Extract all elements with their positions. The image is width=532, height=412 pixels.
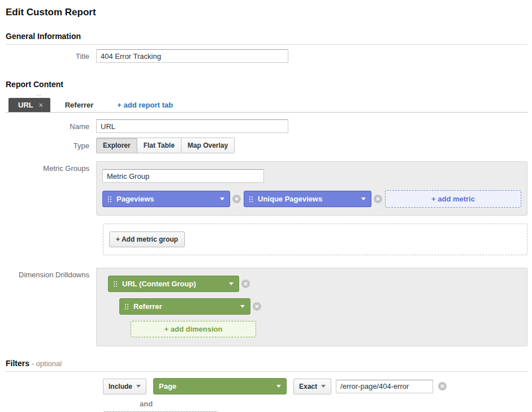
dimension-referrer-label: Referrer bbox=[133, 302, 236, 311]
type-label: Type bbox=[6, 138, 96, 150]
dimension-referrer-dropdown[interactable]: Referrer bbox=[119, 298, 250, 315]
name-input[interactable] bbox=[96, 119, 288, 133]
dimension-row: + add dimension bbox=[131, 321, 521, 337]
metric-pageviews-label: Pageviews bbox=[116, 195, 215, 203]
dropdown-arrow-icon bbox=[240, 305, 245, 308]
page-title: Edit Custom Report bbox=[6, 7, 527, 18]
tab-url[interactable]: URL × bbox=[8, 98, 50, 112]
add-metric-group-button[interactable]: + Add metric group bbox=[109, 231, 185, 247]
filters-heading: Filters - optional bbox=[6, 359, 527, 372]
add-metric-button[interactable]: + add metric bbox=[385, 190, 521, 208]
dropdown-arrow-icon bbox=[361, 198, 366, 200]
metric-unique-pageviews-label: Unique Pageviews bbox=[258, 195, 357, 203]
type-row: Type Explorer Flat Table Map Overlay bbox=[6, 138, 527, 153]
filter-row: Include Page Exact ✕ bbox=[103, 378, 527, 394]
metric-pageviews-dropdown[interactable]: Pageviews bbox=[102, 191, 230, 207]
tab-referrer[interactable]: Referrer bbox=[57, 98, 102, 112]
general-information-heading: General Information bbox=[6, 32, 527, 45]
filters-heading-text: Filters bbox=[6, 359, 29, 368]
dropdown-arrow-icon bbox=[220, 198, 224, 200]
filter-match-value: Exact bbox=[299, 383, 317, 390]
dimension-row: URL (Content Group) ✕ bbox=[108, 276, 521, 292]
tab-drag-grip-icon[interactable]: .. bbox=[37, 92, 527, 97]
filter-and-label: and bbox=[140, 400, 527, 408]
drag-handle-icon[interactable] bbox=[125, 304, 128, 310]
report-content-heading: Report Content bbox=[6, 80, 527, 92]
title-row: Title bbox=[6, 49, 527, 63]
filter-match-dropdown[interactable]: Exact bbox=[293, 379, 331, 394]
type-option-explorer[interactable]: Explorer bbox=[96, 138, 137, 153]
remove-filter-icon[interactable]: ✕ bbox=[438, 382, 447, 390]
remove-dimension-icon[interactable]: ✕ bbox=[241, 280, 250, 288]
type-option-map-overlay[interactable]: Map Overlay bbox=[181, 138, 235, 153]
dimension-panel: URL (Content Group) ✕ Referrer ✕ + add d… bbox=[96, 268, 527, 346]
drag-handle-icon[interactable] bbox=[114, 281, 117, 287]
filter-operator-dropdown[interactable]: Include bbox=[103, 379, 146, 394]
report-tab-bar: URL × Referrer + add report tab bbox=[6, 98, 527, 113]
dimension-url-content-group-dropdown[interactable]: URL (Content Group) bbox=[108, 276, 239, 292]
filter-value-input[interactable] bbox=[336, 380, 433, 393]
type-option-flat-table[interactable]: Flat Table bbox=[137, 138, 181, 153]
dropdown-arrow-icon bbox=[321, 385, 326, 388]
metric-groups-label: Metric Groups bbox=[6, 161, 96, 173]
filter-field-dropdown[interactable]: Page bbox=[153, 378, 287, 394]
add-metric-group-zone: + Add metric group bbox=[103, 224, 527, 255]
filters-optional-note: - optional bbox=[29, 359, 62, 368]
metric-group-name-input[interactable] bbox=[102, 169, 264, 183]
add-dimension-button[interactable]: + add dimension bbox=[131, 321, 256, 337]
dropdown-arrow-icon bbox=[276, 385, 281, 388]
filter-field-value: Page bbox=[159, 382, 272, 390]
tab-close-icon[interactable]: × bbox=[39, 101, 43, 109]
drag-handle-icon[interactable] bbox=[108, 196, 111, 202]
metric-row: Pageviews ✕ Unique Pageviews ✕ + add met… bbox=[102, 190, 521, 208]
filter-operator-value: Include bbox=[109, 383, 132, 390]
dimension-drilldowns-row: Dimension Drilldowns URL (Content Group)… bbox=[6, 268, 527, 346]
metric-groups-row: Metric Groups Pageviews ✕ Unique Pagevie… bbox=[6, 161, 527, 216]
add-report-tab-link[interactable]: + add report tab bbox=[111, 98, 179, 112]
dimension-url-content-group-label: URL (Content Group) bbox=[122, 280, 224, 288]
remove-dimension-icon[interactable]: ✕ bbox=[253, 302, 261, 311]
remove-metric-icon[interactable]: ✕ bbox=[374, 195, 382, 203]
tab-url-label: URL bbox=[18, 101, 33, 109]
type-segmented-control: Explorer Flat Table Map Overlay bbox=[96, 138, 235, 153]
dimension-drilldowns-label: Dimension Drilldowns bbox=[6, 268, 96, 279]
metric-group-panel: Pageviews ✕ Unique Pageviews ✕ + add met… bbox=[96, 161, 527, 216]
dimension-row: Referrer ✕ bbox=[119, 298, 521, 315]
title-input[interactable] bbox=[96, 49, 288, 63]
name-label: Name bbox=[6, 119, 96, 131]
name-row: Name bbox=[6, 119, 527, 133]
remove-metric-icon[interactable]: ✕ bbox=[232, 195, 241, 203]
metric-unique-pageviews-dropdown[interactable]: Unique Pageviews bbox=[244, 191, 371, 207]
dropdown-arrow-icon bbox=[229, 282, 233, 285]
dropdown-arrow-icon bbox=[136, 385, 141, 388]
title-label: Title bbox=[6, 49, 96, 61]
drag-handle-icon[interactable] bbox=[249, 196, 253, 202]
